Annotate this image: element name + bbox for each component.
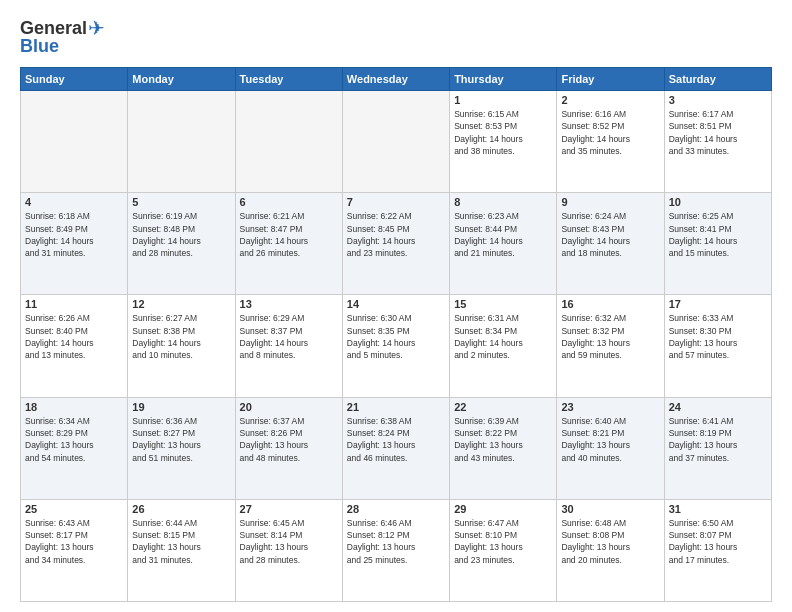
day-info: Sunrise: 6:25 AM Sunset: 8:41 PM Dayligh… xyxy=(669,210,767,259)
day-number: 13 xyxy=(240,298,338,310)
calendar-day-31: 31Sunrise: 6:50 AM Sunset: 8:07 PM Dayli… xyxy=(664,499,771,601)
calendar-day-29: 29Sunrise: 6:47 AM Sunset: 8:10 PM Dayli… xyxy=(450,499,557,601)
calendar-day-4: 4Sunrise: 6:18 AM Sunset: 8:49 PM Daylig… xyxy=(21,193,128,295)
day-info: Sunrise: 6:19 AM Sunset: 8:48 PM Dayligh… xyxy=(132,210,230,259)
day-info: Sunrise: 6:40 AM Sunset: 8:21 PM Dayligh… xyxy=(561,415,659,464)
calendar-week-4: 25Sunrise: 6:43 AM Sunset: 8:17 PM Dayli… xyxy=(21,499,772,601)
day-number: 15 xyxy=(454,298,552,310)
calendar-empty xyxy=(342,91,449,193)
calendar-day-17: 17Sunrise: 6:33 AM Sunset: 8:30 PM Dayli… xyxy=(664,295,771,397)
day-info: Sunrise: 6:48 AM Sunset: 8:08 PM Dayligh… xyxy=(561,517,659,566)
calendar-day-27: 27Sunrise: 6:45 AM Sunset: 8:14 PM Dayli… xyxy=(235,499,342,601)
day-info: Sunrise: 6:24 AM Sunset: 8:43 PM Dayligh… xyxy=(561,210,659,259)
day-info: Sunrise: 6:39 AM Sunset: 8:22 PM Dayligh… xyxy=(454,415,552,464)
day-number: 26 xyxy=(132,503,230,515)
day-number: 4 xyxy=(25,196,123,208)
logo-bird-icon: ✈ xyxy=(88,16,105,40)
day-info: Sunrise: 6:41 AM Sunset: 8:19 PM Dayligh… xyxy=(669,415,767,464)
day-info: Sunrise: 6:45 AM Sunset: 8:14 PM Dayligh… xyxy=(240,517,338,566)
calendar-day-3: 3Sunrise: 6:17 AM Sunset: 8:51 PM Daylig… xyxy=(664,91,771,193)
calendar-day-28: 28Sunrise: 6:46 AM Sunset: 8:12 PM Dayli… xyxy=(342,499,449,601)
calendar-day-15: 15Sunrise: 6:31 AM Sunset: 8:34 PM Dayli… xyxy=(450,295,557,397)
day-number: 12 xyxy=(132,298,230,310)
day-info: Sunrise: 6:33 AM Sunset: 8:30 PM Dayligh… xyxy=(669,312,767,361)
calendar-day-5: 5Sunrise: 6:19 AM Sunset: 8:48 PM Daylig… xyxy=(128,193,235,295)
calendar-day-26: 26Sunrise: 6:44 AM Sunset: 8:15 PM Dayli… xyxy=(128,499,235,601)
weekday-header-row: SundayMondayTuesdayWednesdayThursdayFrid… xyxy=(21,68,772,91)
day-number: 3 xyxy=(669,94,767,106)
day-info: Sunrise: 6:26 AM Sunset: 8:40 PM Dayligh… xyxy=(25,312,123,361)
weekday-header-thursday: Thursday xyxy=(450,68,557,91)
day-info: Sunrise: 6:43 AM Sunset: 8:17 PM Dayligh… xyxy=(25,517,123,566)
calendar-day-24: 24Sunrise: 6:41 AM Sunset: 8:19 PM Dayli… xyxy=(664,397,771,499)
day-number: 17 xyxy=(669,298,767,310)
day-info: Sunrise: 6:15 AM Sunset: 8:53 PM Dayligh… xyxy=(454,108,552,157)
calendar-table: SundayMondayTuesdayWednesdayThursdayFrid… xyxy=(20,67,772,602)
weekday-header-saturday: Saturday xyxy=(664,68,771,91)
day-number: 27 xyxy=(240,503,338,515)
day-number: 11 xyxy=(25,298,123,310)
page: General ✈ Blue SundayMondayTuesdayWednes… xyxy=(0,0,792,612)
day-number: 21 xyxy=(347,401,445,413)
weekday-header-tuesday: Tuesday xyxy=(235,68,342,91)
day-number: 16 xyxy=(561,298,659,310)
weekday-header-friday: Friday xyxy=(557,68,664,91)
calendar-day-16: 16Sunrise: 6:32 AM Sunset: 8:32 PM Dayli… xyxy=(557,295,664,397)
calendar-day-30: 30Sunrise: 6:48 AM Sunset: 8:08 PM Dayli… xyxy=(557,499,664,601)
day-number: 22 xyxy=(454,401,552,413)
day-info: Sunrise: 6:23 AM Sunset: 8:44 PM Dayligh… xyxy=(454,210,552,259)
calendar-empty xyxy=(21,91,128,193)
calendar-empty xyxy=(128,91,235,193)
calendar-day-6: 6Sunrise: 6:21 AM Sunset: 8:47 PM Daylig… xyxy=(235,193,342,295)
calendar-week-3: 18Sunrise: 6:34 AM Sunset: 8:29 PM Dayli… xyxy=(21,397,772,499)
day-info: Sunrise: 6:21 AM Sunset: 8:47 PM Dayligh… xyxy=(240,210,338,259)
calendar-day-9: 9Sunrise: 6:24 AM Sunset: 8:43 PM Daylig… xyxy=(557,193,664,295)
day-info: Sunrise: 6:34 AM Sunset: 8:29 PM Dayligh… xyxy=(25,415,123,464)
calendar-week-1: 4Sunrise: 6:18 AM Sunset: 8:49 PM Daylig… xyxy=(21,193,772,295)
calendar-week-0: 1Sunrise: 6:15 AM Sunset: 8:53 PM Daylig… xyxy=(21,91,772,193)
day-number: 18 xyxy=(25,401,123,413)
calendar-day-22: 22Sunrise: 6:39 AM Sunset: 8:22 PM Dayli… xyxy=(450,397,557,499)
logo: General ✈ Blue xyxy=(20,16,105,57)
calendar-day-11: 11Sunrise: 6:26 AM Sunset: 8:40 PM Dayli… xyxy=(21,295,128,397)
logo-blue-text: Blue xyxy=(20,36,59,57)
day-number: 25 xyxy=(25,503,123,515)
day-info: Sunrise: 6:36 AM Sunset: 8:27 PM Dayligh… xyxy=(132,415,230,464)
day-info: Sunrise: 6:27 AM Sunset: 8:38 PM Dayligh… xyxy=(132,312,230,361)
day-number: 19 xyxy=(132,401,230,413)
day-number: 31 xyxy=(669,503,767,515)
day-info: Sunrise: 6:17 AM Sunset: 8:51 PM Dayligh… xyxy=(669,108,767,157)
day-number: 1 xyxy=(454,94,552,106)
day-info: Sunrise: 6:44 AM Sunset: 8:15 PM Dayligh… xyxy=(132,517,230,566)
day-number: 7 xyxy=(347,196,445,208)
calendar-day-13: 13Sunrise: 6:29 AM Sunset: 8:37 PM Dayli… xyxy=(235,295,342,397)
day-number: 14 xyxy=(347,298,445,310)
day-number: 30 xyxy=(561,503,659,515)
day-info: Sunrise: 6:37 AM Sunset: 8:26 PM Dayligh… xyxy=(240,415,338,464)
calendar-day-18: 18Sunrise: 6:34 AM Sunset: 8:29 PM Dayli… xyxy=(21,397,128,499)
day-info: Sunrise: 6:50 AM Sunset: 8:07 PM Dayligh… xyxy=(669,517,767,566)
weekday-header-monday: Monday xyxy=(128,68,235,91)
day-info: Sunrise: 6:32 AM Sunset: 8:32 PM Dayligh… xyxy=(561,312,659,361)
day-number: 28 xyxy=(347,503,445,515)
day-number: 10 xyxy=(669,196,767,208)
weekday-header-sunday: Sunday xyxy=(21,68,128,91)
header: General ✈ Blue xyxy=(20,16,772,57)
calendar-day-1: 1Sunrise: 6:15 AM Sunset: 8:53 PM Daylig… xyxy=(450,91,557,193)
calendar-day-23: 23Sunrise: 6:40 AM Sunset: 8:21 PM Dayli… xyxy=(557,397,664,499)
day-info: Sunrise: 6:46 AM Sunset: 8:12 PM Dayligh… xyxy=(347,517,445,566)
day-info: Sunrise: 6:22 AM Sunset: 8:45 PM Dayligh… xyxy=(347,210,445,259)
day-number: 5 xyxy=(132,196,230,208)
day-number: 24 xyxy=(669,401,767,413)
day-info: Sunrise: 6:38 AM Sunset: 8:24 PM Dayligh… xyxy=(347,415,445,464)
calendar-empty xyxy=(235,91,342,193)
calendar-day-7: 7Sunrise: 6:22 AM Sunset: 8:45 PM Daylig… xyxy=(342,193,449,295)
day-number: 20 xyxy=(240,401,338,413)
day-number: 9 xyxy=(561,196,659,208)
calendar-week-2: 11Sunrise: 6:26 AM Sunset: 8:40 PM Dayli… xyxy=(21,295,772,397)
calendar-day-2: 2Sunrise: 6:16 AM Sunset: 8:52 PM Daylig… xyxy=(557,91,664,193)
day-info: Sunrise: 6:30 AM Sunset: 8:35 PM Dayligh… xyxy=(347,312,445,361)
weekday-header-wednesday: Wednesday xyxy=(342,68,449,91)
day-info: Sunrise: 6:16 AM Sunset: 8:52 PM Dayligh… xyxy=(561,108,659,157)
day-number: 29 xyxy=(454,503,552,515)
